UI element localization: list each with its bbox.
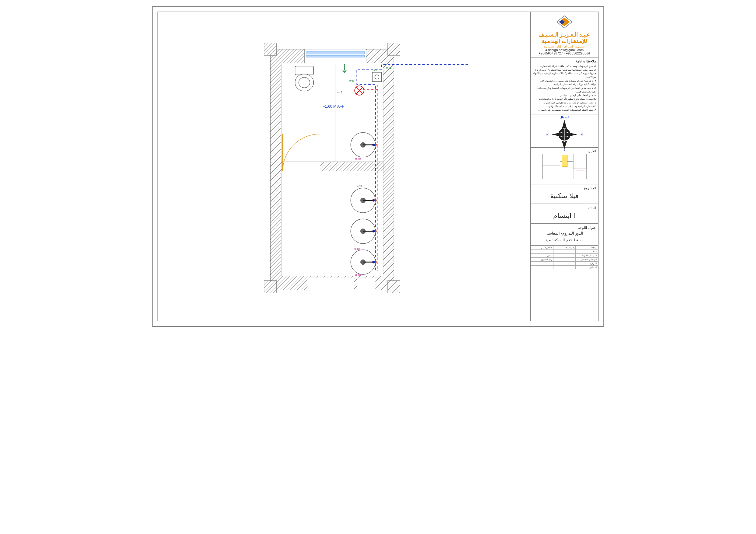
drawing-sheet: 0.22 0.20 0.53 0.78 0.70 0.45 0.18 0.70 … bbox=[152, 6, 604, 327]
footer-left: طباعي قديم bbox=[531, 246, 553, 249]
footer-right: مراجعة bbox=[575, 246, 598, 249]
footer-rev-no: رقم اللوحة bbox=[553, 246, 576, 249]
svg-rect-26 bbox=[295, 66, 314, 75]
note-item: ١- جميع الرسومات وضعت لأجل ملكة للشركة ا… bbox=[533, 64, 596, 79]
svg-text:W: W bbox=[546, 133, 549, 136]
svg-text:0.20: 0.20 bbox=[372, 68, 377, 71]
footer-right: المقياس bbox=[575, 266, 598, 269]
svg-text:0.22: 0.22 bbox=[386, 66, 392, 69]
note-item: ٦- سيتم اعتماد المخططات التنفيذية للتصني… bbox=[533, 108, 596, 112]
footer-left: تدقيق bbox=[531, 254, 553, 257]
footer-left bbox=[531, 250, 553, 253]
company-name-2: للإستشارات الهندسية bbox=[533, 38, 596, 44]
sheet-inner-frame: 0.22 0.20 0.53 0.78 0.70 0.45 0.18 0.70 … bbox=[157, 12, 599, 321]
footer-row: مراجعة رقم اللوحة طباعي قديم bbox=[531, 245, 598, 249]
footer-row: اسم ملف الاتوكاد تدقيق bbox=[531, 253, 598, 257]
keyplan-label: الدليل bbox=[588, 149, 596, 153]
footer-left bbox=[531, 266, 553, 269]
project-value: فيلا سكنية bbox=[533, 190, 596, 202]
svg-rect-72 bbox=[573, 154, 586, 168]
svg-text:0.53: 0.53 bbox=[349, 79, 355, 82]
title-block: عـبـد الـعـزيـز الـسـيـف للإستشارات الهن… bbox=[530, 12, 598, 321]
svg-text:الشمال: الشمال bbox=[559, 115, 570, 119]
footer-right: المهندس المصمم bbox=[575, 258, 598, 261]
footer-right: ٢ / ٨ bbox=[575, 250, 598, 253]
basin-2 bbox=[351, 188, 375, 213]
notes-title: ملاحظات عامة bbox=[533, 59, 596, 63]
svg-rect-8 bbox=[307, 277, 354, 290]
svg-rect-9 bbox=[357, 277, 376, 290]
note-item: ٣- لا يجب قياس الابعاد من الرسومات التنف… bbox=[533, 87, 596, 94]
project-cell: المشروع فيلا سكنية bbox=[531, 184, 598, 204]
sheet-title-label: عنوان اللوحة bbox=[533, 226, 596, 230]
svg-point-27 bbox=[295, 74, 314, 91]
svg-rect-6 bbox=[283, 162, 320, 171]
svg-text:0.70: 0.70 bbox=[355, 273, 361, 277]
basin-3 bbox=[351, 219, 375, 243]
svg-text:E: E bbox=[581, 133, 583, 136]
owner-cell: المالك ا-ابتسام bbox=[531, 204, 598, 224]
company-logo-icon bbox=[555, 15, 574, 30]
ground-symbol bbox=[342, 64, 347, 72]
sheet-title-line1: الدور البدروم- المغاسل bbox=[533, 230, 596, 237]
basin-1 bbox=[351, 132, 375, 157]
footer-row: ٢ / ٨ bbox=[531, 249, 598, 253]
general-notes-cell: ملاحظات عامة ١- جميع الرسومات وضعت لأجل … bbox=[531, 58, 598, 114]
note-item: ٥- يجب استشارة أي تضارب أو تداخل الى عنا… bbox=[533, 101, 596, 108]
note-item: ٤- جميع الابعاد على الرسومات بالمتر . bbox=[533, 94, 596, 97]
project-label: المشروع bbox=[533, 186, 596, 190]
north-arrow-cell: الشمال S E W bbox=[531, 114, 598, 148]
keyplan-highlight bbox=[562, 155, 567, 167]
owner-label: المالك bbox=[533, 206, 596, 210]
sheet-title-cell: عنوان اللوحة الدور البدروم- المغاسل مسقط… bbox=[531, 224, 598, 245]
wc-fixture bbox=[295, 66, 314, 91]
svg-marker-59 bbox=[562, 120, 567, 130]
svg-text:0.18: 0.18 bbox=[354, 247, 360, 250]
floor-drain bbox=[372, 72, 381, 82]
footer-left bbox=[531, 262, 553, 265]
footer-right: المراجع bbox=[575, 262, 598, 265]
svg-point-28 bbox=[299, 77, 310, 88]
svg-rect-70 bbox=[543, 154, 560, 166]
footer-row: المراجع bbox=[531, 261, 598, 265]
svg-rect-13 bbox=[264, 43, 277, 55]
aff-note: +1.60 M AFF bbox=[323, 104, 344, 109]
notes-body: ١- جميع الرسومات وضعت لأجل ملكة للشركة ا… bbox=[533, 64, 596, 112]
footer-row: المقياس bbox=[531, 265, 598, 269]
footer-right: اسم ملف الاتوكاد bbox=[575, 254, 598, 257]
svg-rect-11 bbox=[388, 281, 400, 293]
company-phones: +966565498727 - +966562298864 bbox=[533, 52, 596, 55]
company-email: 4.design.new@gmail.com bbox=[533, 48, 596, 52]
svg-text:0.45: 0.45 bbox=[357, 184, 363, 187]
drawing-area: 0.22 0.20 0.53 0.78 0.70 0.45 0.18 0.70 … bbox=[158, 12, 531, 321]
company-name-1: عـبـد الـعـزيـز الـسـيـف bbox=[533, 31, 596, 38]
company-cell: عـبـد الـعـزيـز الـسـيـف للإستشارات الهن… bbox=[531, 12, 598, 58]
svg-text:0.78: 0.78 bbox=[337, 90, 342, 93]
svg-rect-4 bbox=[306, 55, 364, 57]
owner-value: ا-ابتسام bbox=[533, 210, 596, 221]
keyplan-icon bbox=[533, 150, 596, 182]
footer-row: المهندس المصمم رقم المشروع bbox=[531, 257, 598, 261]
svg-rect-12 bbox=[388, 43, 400, 55]
walls bbox=[264, 43, 400, 293]
company-tagline: تصـميـم - إشـراف - إدارة مشـاريـع bbox=[533, 45, 596, 48]
floorplan-svg: 0.22 0.20 0.53 0.78 0.70 0.45 0.18 0.70 … bbox=[158, 12, 531, 321]
basin-4 bbox=[351, 250, 375, 274]
note-item: ملاحظة : ( سهام ذكر ( مظهر ) أو ( بوصة )… bbox=[533, 97, 596, 101]
footer-left: رقم المشروع bbox=[531, 258, 553, 261]
footer-grid: مراجعة رقم اللوحة طباعي قديم ٢ / ٨ اسم م… bbox=[531, 245, 598, 321]
sheet-title-line2: مسقط افقي للسباكة- تغذية bbox=[533, 237, 596, 243]
note-item: ٢- لا يتم نسخ هذه الرسومات بأي وسيلة دون… bbox=[533, 79, 596, 87]
svg-rect-3 bbox=[306, 52, 364, 54]
svg-rect-10 bbox=[264, 281, 277, 293]
svg-text:0.70: 0.70 bbox=[355, 157, 361, 160]
svg-rect-73 bbox=[543, 166, 560, 179]
svg-point-29 bbox=[375, 75, 379, 79]
keyplan-cell: الدليل bbox=[531, 148, 598, 184]
